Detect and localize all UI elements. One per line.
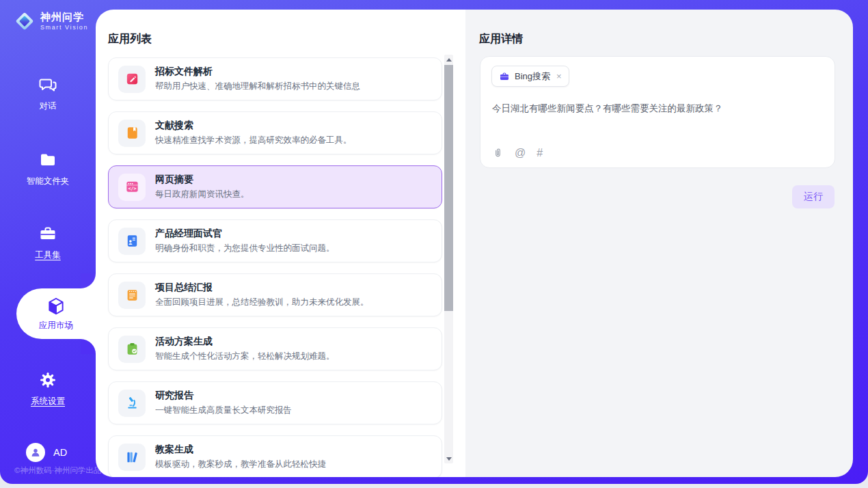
sidebar-item-label: 对话 bbox=[40, 100, 57, 112]
tool-tag-bing-search[interactable]: Bing搜索 × bbox=[491, 66, 569, 87]
microscope-icon bbox=[124, 395, 140, 411]
app-card-project-summary[interactable]: 项目总结汇报 全面回顾项目进展，总结经验教训，助力未来优化发展。 bbox=[108, 273, 442, 316]
app-list-title: 应用列表 bbox=[108, 32, 152, 46]
folder-icon bbox=[38, 150, 57, 170]
run-button[interactable]: 运行 bbox=[792, 185, 835, 208]
app-card-desc: 智能生成个性化活动方案，轻松解决规划难题。 bbox=[155, 351, 335, 362]
app-icon-tile bbox=[118, 336, 146, 363]
sidebar-item-toolset[interactable]: 工具集 bbox=[0, 224, 96, 261]
notepad-icon bbox=[124, 287, 140, 303]
app-card-title: 教案生成 bbox=[155, 444, 326, 455]
app-card-title: 文献搜索 bbox=[155, 120, 352, 131]
clipboard-check-icon bbox=[124, 341, 140, 357]
paperclip-icon[interactable] bbox=[492, 147, 504, 159]
app-list-panel: 应用列表 招标文件解析 帮助用户快速、准确地理解和解析招标书中的关键信息 bbox=[96, 10, 465, 477]
prompt-composer[interactable]: Bing搜索 × 今日湖北有哪些新闻要点？有哪些需要关注的最新政策？ @ # bbox=[480, 56, 835, 168]
app-icon-tile bbox=[118, 390, 146, 417]
app-card-desc: 快速精准查找学术资源，提高研究效率的必备工具。 bbox=[155, 135, 352, 146]
resume-person-icon bbox=[124, 233, 140, 249]
hash-icon[interactable]: # bbox=[537, 148, 543, 159]
app-card-desc: 模板驱动，教案秒成，教学准备从此轻松快捷 bbox=[155, 459, 326, 470]
app-card-bid-document-parsing[interactable]: 招标文件解析 帮助用户快速、准确地理解和解析招标书中的关键信息 bbox=[108, 57, 442, 100]
app-card-title: 活动方案生成 bbox=[155, 336, 335, 347]
sidebar-item-label: 智能文件夹 bbox=[27, 176, 70, 187]
prompt-text: 今日湖北有哪些新闻要点？有哪些需要关注的最新政策？ bbox=[492, 102, 824, 116]
app-card-desc: 明确身份和职责，为您提供专业性的面试问题。 bbox=[155, 243, 335, 254]
chat-icon bbox=[38, 75, 57, 94]
app-card-desc: 帮助用户快速、准确地理解和解析招标书中的关键信息 bbox=[155, 81, 360, 92]
app-card-desc: 一键智能生成高质量长文本研究报告 bbox=[155, 405, 292, 416]
app-card-title: 招标文件解析 bbox=[155, 66, 360, 77]
scroll-down-icon[interactable] bbox=[444, 454, 453, 463]
sidebar-item-label: 系统设置 bbox=[31, 396, 65, 407]
tool-tag-label: Bing搜索 bbox=[515, 70, 550, 83]
scroll-up-icon[interactable] bbox=[444, 55, 453, 64]
app-card-title: 网页摘要 bbox=[155, 174, 249, 185]
svg-text:</>: </> bbox=[128, 186, 136, 191]
document-edit-icon bbox=[124, 71, 140, 87]
sidebar-item-chat[interactable]: 对话 bbox=[0, 75, 96, 112]
sidebar-item-settings[interactable]: 系统设置 bbox=[0, 370, 96, 407]
app-card-event-plan[interactable]: 活动方案生成 智能生成个性化活动方案，轻松解决规划难题。 bbox=[108, 327, 442, 370]
user-name: AD bbox=[53, 447, 67, 458]
mention-icon[interactable]: @ bbox=[515, 148, 526, 159]
app-icon-tile: </> bbox=[118, 174, 146, 201]
avatar bbox=[26, 443, 45, 462]
active-notch-top bbox=[81, 273, 96, 288]
app-icon-tile bbox=[118, 66, 146, 93]
app-card-lesson-plan[interactable]: 教案生成 模板驱动，教案秒成，教学准备从此轻松快捷 bbox=[108, 435, 442, 477]
app-card-desc: 每日政府新闻资讯快查。 bbox=[155, 189, 249, 200]
app-card-webpage-summary[interactable]: </> 网页摘要 每日政府新闻资讯快查。 bbox=[108, 165, 442, 208]
app-card-literature-search[interactable]: 文献搜索 快速精准查找学术资源，提高研究效率的必备工具。 bbox=[108, 111, 442, 154]
composer-toolbar: @ # bbox=[492, 147, 543, 159]
sidebar-item-app-market[interactable]: 应用市场 bbox=[16, 288, 96, 339]
app-icon-tile bbox=[118, 228, 146, 255]
active-notch-bottom bbox=[81, 339, 96, 354]
app-icon-tile bbox=[118, 444, 146, 471]
tag-close-icon[interactable]: × bbox=[556, 71, 562, 81]
app-detail-title: 应用详情 bbox=[479, 32, 523, 46]
browser-code-icon: </> bbox=[124, 179, 140, 195]
gear-icon bbox=[38, 370, 57, 390]
app-detail-panel: 应用详情 Bing搜索 × 今日湖北有哪些新闻要点？有哪些需要关注的最新政策？ bbox=[465, 10, 853, 477]
scrollbar-thumb[interactable] bbox=[444, 65, 453, 311]
app-icon-tile bbox=[118, 120, 146, 147]
sidebar-item-label: 工具集 bbox=[35, 249, 61, 261]
book-icon bbox=[124, 125, 140, 141]
sidebar-item-label: 应用市场 bbox=[39, 320, 73, 331]
cube-icon bbox=[46, 296, 66, 316]
app-card-title: 研究报告 bbox=[155, 390, 292, 401]
main-surface: 应用列表 招标文件解析 帮助用户快速、准确地理解和解析招标书中的关键信息 bbox=[96, 10, 853, 477]
app-card-pm-interviewer[interactable]: 产品经理面试官 明确身份和职责，为您提供专业性的面试问题。 bbox=[108, 219, 442, 262]
brand-name: 神州问学 bbox=[40, 12, 88, 23]
app-card-research-report[interactable]: 研究报告 一键智能生成高质量长文本研究报告 bbox=[108, 381, 442, 424]
sidebar: 神州问学 Smart Vision 对话 智能文件夹 工具集 bbox=[0, 0, 96, 484]
brand-logo: 神州问学 Smart Vision bbox=[14, 10, 88, 32]
sidebar-item-smart-folder[interactable]: 智能文件夹 bbox=[0, 150, 96, 187]
diamond-logo-icon bbox=[14, 10, 36, 32]
app-card-title: 项目总结汇报 bbox=[155, 282, 369, 293]
app-window-frame: 神州问学 Smart Vision 对话 智能文件夹 工具集 bbox=[0, 0, 868, 484]
toolbox-icon bbox=[38, 224, 57, 243]
user-account[interactable]: AD bbox=[26, 443, 67, 462]
app-card-title: 产品经理面试官 bbox=[155, 228, 335, 239]
person-icon bbox=[29, 446, 42, 459]
brand-subtitle: Smart Vision bbox=[40, 24, 88, 31]
app-list-scrollbar[interactable] bbox=[444, 55, 453, 463]
copyright-text: ©神州数码·神州问学出品 bbox=[14, 465, 101, 476]
app-icon-tile bbox=[118, 282, 146, 309]
app-card-list: 招标文件解析 帮助用户快速、准确地理解和解析招标书中的关键信息 文献搜索 快速精… bbox=[108, 57, 442, 477]
app-card-desc: 全面回顾项目进展，总结经验教训，助力未来优化发展。 bbox=[155, 297, 369, 308]
books-icon bbox=[124, 449, 140, 465]
briefcase-icon bbox=[499, 71, 510, 82]
